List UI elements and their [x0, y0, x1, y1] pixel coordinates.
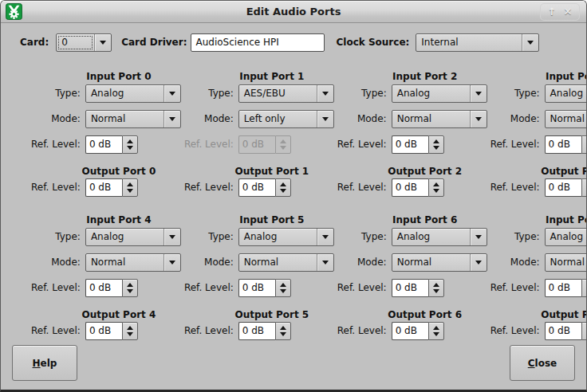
input-mode-select[interactable]: Normal [392, 110, 487, 128]
spin-down-button[interactable] [127, 189, 133, 193]
input-mode-value: Normal [86, 111, 163, 127]
input-mode-select[interactable]: Normal [392, 253, 487, 272]
spin-down-button[interactable] [433, 146, 439, 150]
ref-level-label: Ref. Level: [490, 178, 545, 197]
input-mode-arrow[interactable] [470, 111, 487, 127]
spin-up-button[interactable] [433, 182, 439, 186]
chevron-down-icon [475, 235, 482, 239]
ref-level-field[interactable]: 0 dB [392, 178, 428, 197]
ref-level-spinner: 0 dB [238, 279, 291, 297]
input-type-select[interactable]: Analog [545, 84, 587, 103]
input-port-panel: Input Port 2 Type: Analog Mode: Normal R… [337, 71, 490, 154]
clock-source-arrow[interactable] [522, 34, 538, 51]
input-mode-select[interactable]: Normal [238, 253, 334, 272]
spin-down-button[interactable] [433, 189, 439, 193]
output-port-title: Output Port 0 [31, 166, 184, 177]
spin-up-button[interactable] [433, 283, 439, 287]
spin-up-button[interactable] [127, 326, 133, 330]
input-mode-arrow[interactable] [163, 111, 180, 127]
ref-level-field[interactable]: 0 dB [545, 322, 581, 340]
ref-level-field[interactable]: 0 dB [85, 178, 122, 197]
spinner-buttons [581, 135, 587, 154]
spin-down-button[interactable] [127, 146, 133, 150]
spin-up-button[interactable] [280, 182, 286, 186]
input-port-panel: Input Port 1 Type: AES/EBU Mode: Left on… [184, 71, 337, 154]
input-type-select[interactable]: Analog [392, 228, 487, 246]
input-mode-arrow[interactable] [163, 254, 180, 271]
titlebar[interactable]: Edit Audio Ports ↑ ✕ [1, 1, 586, 23]
input-type-arrow[interactable] [470, 229, 487, 245]
ref-level-field[interactable]: 0 dB [545, 135, 581, 154]
input-mode-select[interactable]: Normal [85, 253, 181, 272]
ref-level-field[interactable]: 0 dB [545, 178, 581, 197]
input-type-select[interactable]: AES/EBU [238, 84, 334, 103]
spin-up-button[interactable] [127, 283, 133, 287]
spin-down-button[interactable] [280, 289, 286, 293]
input-type-select[interactable]: Analog [85, 228, 181, 246]
card-select-arrow[interactable] [94, 34, 111, 51]
ref-level-row: Ref. Level: 0 dB [31, 135, 184, 154]
input-type-value: Analog [392, 229, 470, 245]
input-type-arrow[interactable] [470, 85, 487, 102]
spin-down-button[interactable] [433, 332, 439, 336]
close-button[interactable]: Close [510, 345, 575, 381]
input-mode-arrow[interactable] [317, 254, 333, 271]
ref-level-field[interactable]: 0 dB [85, 322, 122, 340]
shade-window-button[interactable]: ↑ [546, 5, 558, 19]
ref-level-field[interactable]: 0 dB [238, 178, 275, 197]
input-type-select[interactable]: Analog [545, 228, 587, 246]
spin-down-button[interactable] [280, 189, 286, 193]
spin-down-button[interactable] [280, 332, 286, 336]
input-type-select[interactable]: Analog [392, 84, 487, 103]
output-port-panel: Output Port 7 Ref. Level: 0 dB [490, 309, 587, 340]
input-type-arrow[interactable] [317, 85, 333, 102]
spin-up-button[interactable] [280, 283, 286, 287]
spin-up-button[interactable] [127, 139, 133, 143]
spin-up-button[interactable] [280, 326, 286, 330]
ref-level-field[interactable]: 0 dB [392, 322, 428, 340]
input-mode-select[interactable]: Left only [238, 110, 334, 128]
input-mode-select[interactable]: Normal [545, 253, 587, 272]
ref-level-field[interactable]: 0 dB [85, 135, 122, 154]
spin-down-button[interactable] [127, 332, 133, 336]
close-window-button[interactable]: ✕ [561, 5, 574, 19]
ref-level-spinner: 0 dB [392, 279, 444, 297]
input-mode-value: Normal [546, 254, 587, 271]
ref-level-field[interactable]: 0 dB [238, 279, 275, 297]
help-button[interactable]: Help [12, 345, 77, 381]
card-driver-input[interactable] [191, 33, 325, 52]
ref-level-spinner: 0 dB [85, 322, 138, 340]
input-mode-arrow[interactable] [470, 254, 487, 271]
spin-up-button[interactable] [433, 139, 439, 143]
clock-source-select[interactable]: Internal [416, 33, 539, 52]
input-type-arrow[interactable] [163, 229, 180, 245]
input-mode-select[interactable]: Normal [85, 110, 181, 128]
ref-level-label: Ref. Level: [337, 178, 392, 197]
ref-level-field[interactable]: 0 dB [545, 279, 581, 297]
ref-level-label: Ref. Level: [31, 279, 85, 297]
header-row: Card: 0 Card Driver: Clock Source: Inter… [20, 33, 586, 52]
spin-down-button[interactable] [127, 289, 133, 293]
spin-up-button[interactable] [433, 326, 439, 330]
input-type-arrow[interactable] [317, 229, 333, 245]
input-port-title: Input Port 7 [490, 214, 587, 225]
spinner-buttons [275, 178, 291, 197]
input-type-select[interactable]: Analog [238, 228, 334, 246]
input-type-select[interactable]: Analog [85, 84, 181, 103]
input-type-arrow[interactable] [163, 85, 180, 102]
spin-up-button[interactable] [127, 182, 133, 186]
chevron-down-icon [322, 235, 329, 239]
spinner-buttons [581, 279, 587, 297]
ref-level-field[interactable]: 0 dB [392, 135, 428, 154]
ref-level-field[interactable]: 0 dB [392, 279, 428, 297]
input-type-value: Analog [392, 85, 470, 102]
input-mode-arrow[interactable] [317, 111, 333, 127]
ref-level-spinner: 0 dB [85, 135, 138, 154]
spin-down-button[interactable] [433, 289, 439, 293]
card-select[interactable]: 0 [56, 33, 112, 52]
ref-level-field[interactable]: 0 dB [238, 322, 275, 340]
chevron-down-icon [475, 261, 482, 265]
edit-audio-ports-dialog: Edit Audio Ports ↑ ✕ Card: 0 Card Driver… [0, 0, 587, 392]
ref-level-field[interactable]: 0 dB [85, 279, 122, 297]
input-mode-select[interactable]: Normal [545, 110, 587, 128]
